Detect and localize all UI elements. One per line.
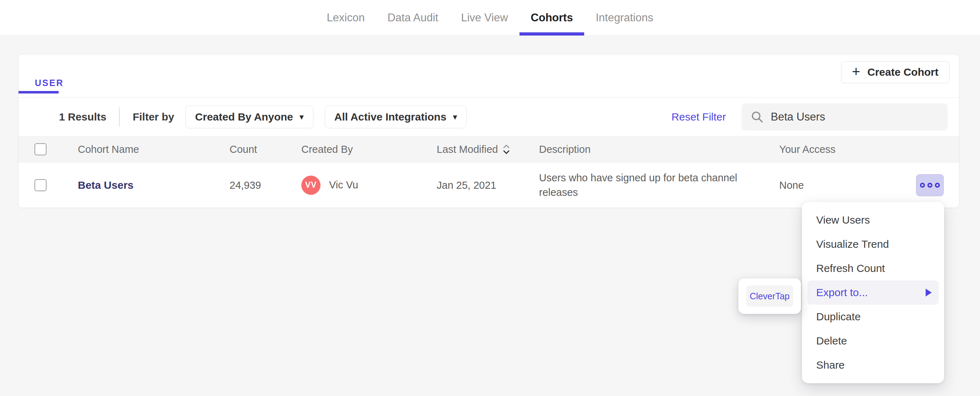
tab-user[interactable]: USER [35,78,64,88]
menu-item-label: Duplicate [816,311,861,323]
row-actions-button[interactable] [916,174,944,196]
header-last-modified-label: Last Modified [437,144,498,155]
header-your-access: Your Access [779,144,836,155]
search-input[interactable] [770,110,940,124]
menu-item-visualize-trend[interactable]: Visualize Trend [802,232,944,256]
table-row: Beta Users 24,939 VV Vic Vu Jan 25, 2021… [19,163,959,208]
table-header: Cohort Name Count Created By Last Modifi… [19,136,959,163]
created-by-dropdown-value: Created By Anyone [195,111,293,123]
filter-bar-right: Reset Filter [671,104,948,131]
vertical-divider [119,107,120,126]
search-icon [751,110,764,123]
caret-down-icon: ▾ [299,112,304,122]
menu-item-export-to[interactable]: Export to... [807,281,939,305]
cohort-count: 24,939 [229,179,261,191]
plus-icon: + [852,64,860,78]
nav-tab-label: Integrations [595,11,653,24]
cohort-name-link[interactable]: Beta Users [78,179,134,191]
menu-item-label: Refresh Count [816,262,885,275]
menu-item-label: View Users [816,214,870,226]
nav-tab-label: Lexicon [327,11,365,24]
description-cell: Users who have signed up for beta channe… [539,171,759,200]
create-cohort-button[interactable]: + Create Cohort [841,61,950,83]
filter-bar: 1 Results Filter by Created By Anyone ▾ … [19,98,959,136]
header-count: Count [229,144,257,155]
menu-item-duplicate[interactable]: Duplicate [802,305,944,329]
create-cohort-label: Create Cohort [867,66,939,78]
menu-item-label: Delete [816,335,847,347]
header-created-by: Created By [301,144,353,155]
creator-name: Vic Vu [329,179,358,191]
nav-tab-cohorts[interactable]: Cohorts [520,0,584,35]
created-by-dropdown[interactable]: Created By Anyone ▾ [186,105,313,128]
avatar: VV [301,176,320,195]
more-options-icon [935,183,940,188]
filter-by-label: Filter by [132,111,174,123]
access-cell: None [779,179,804,191]
menu-item-view-users[interactable]: View Users [802,208,944,232]
last-modified-cell: Jan 25, 2021 [437,179,496,191]
top-navigation: Lexicon Data Audit Live View Cohorts Int… [0,0,980,35]
nav-tab-lexicon[interactable]: Lexicon [315,0,376,35]
panel-tabs-row: USER + Create Cohort [19,54,959,98]
menu-item-label: Visualize Trend [816,238,889,250]
more-options-icon [920,183,925,188]
caret-down-icon: ▾ [453,112,457,122]
sort-icon [503,144,510,155]
nav-tab-data-audit[interactable]: Data Audit [376,0,450,35]
cohorts-panel: USER + Create Cohort 1 Results Filter by… [18,54,959,208]
results-count: 1 Results [59,111,106,123]
active-integrations-dropdown-value: All Active Integrations [334,111,447,123]
more-options-icon [928,183,932,188]
created-by-cell: VV Vic Vu [301,176,358,195]
submenu-arrow-icon [926,289,932,297]
active-integrations-dropdown[interactable]: All Active Integrations ▾ [325,105,467,128]
header-cohort-name: Cohort Name [78,144,139,155]
menu-item-share[interactable]: Share [802,353,944,377]
nav-tab-integrations[interactable]: Integrations [584,0,665,35]
submenu-item-clevertap[interactable]: CleverTap [746,286,793,307]
export-submenu: CleverTap [738,278,801,314]
nav-tab-label: Live View [461,11,508,24]
active-tab-underline [520,32,584,35]
select-all-checkbox[interactable] [35,143,46,155]
reset-filter-link[interactable]: Reset Filter [671,111,726,123]
nav-tab-label: Data Audit [387,11,438,24]
menu-item-refresh-count[interactable]: Refresh Count [802,256,944,281]
row-actions-menu: View Users Visualize Trend Refresh Count… [802,202,944,383]
search-box[interactable] [741,104,948,131]
row-checkbox[interactable] [35,179,46,191]
nav-tab-live-view[interactable]: Live View [450,0,519,35]
header-description: Description [539,144,590,155]
header-last-modified[interactable]: Last Modified [437,144,510,155]
user-tab-underline [19,91,59,94]
menu-item-delete[interactable]: Delete [802,329,944,353]
menu-item-label: Export to... [816,286,868,299]
nav-tab-label: Cohorts [531,11,573,24]
menu-item-label: Share [816,359,845,371]
